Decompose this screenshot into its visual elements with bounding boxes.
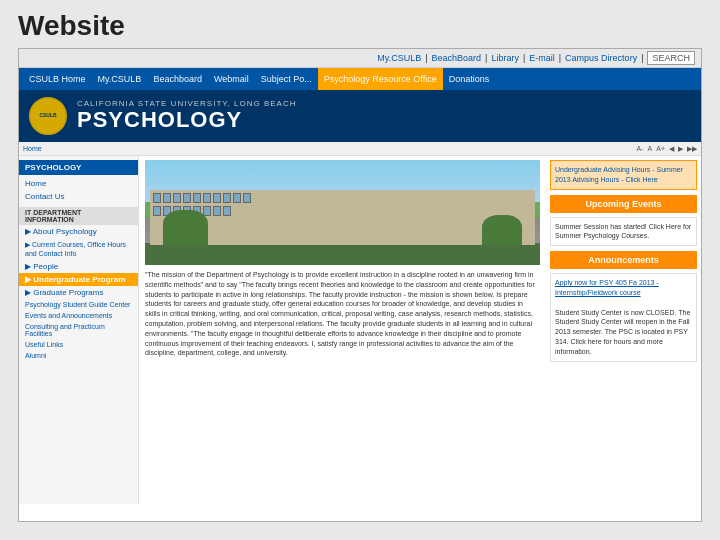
slide-title: Website	[18, 10, 125, 42]
nav-item-webmail[interactable]: Webmail	[208, 68, 255, 90]
left-sidebar: PSYCHOLOGY Home Contact Us IT DEPARTMENT…	[19, 156, 139, 504]
nav-item-beachboard[interactable]: Beachboard	[147, 68, 208, 90]
sidebar-link-student-guide[interactable]: Psychology Student Guide Center	[19, 299, 138, 310]
mini-toolbar: Home A- A A+ ◀ ▶ ▶▶	[19, 142, 701, 156]
search-button[interactable]: SEARCH	[647, 51, 695, 65]
sidebar-link-grad[interactable]: ▶ Graduate Programs	[19, 286, 138, 299]
sidebar-top-label: PSYCHOLOGY	[19, 160, 138, 175]
sidebar-link-undergrad[interactable]: ▶ Undergraduate Program	[19, 273, 138, 286]
advising-text[interactable]: Undergraduate Advising Hours - Summer 20…	[555, 166, 683, 183]
upcoming-events-text: Summer Session has started! Click Here f…	[555, 223, 691, 240]
right-sidebar: Undergraduate Advising Hours - Summer 20…	[546, 156, 701, 504]
sidebar-link-events[interactable]: Events and Announcements	[19, 310, 138, 321]
upcoming-events-content: Summer Session has started! Click Here f…	[555, 222, 692, 242]
sidebar-link-consulting[interactable]: Consulting and Practicum Facilities	[19, 321, 138, 339]
home-breadcrumb[interactable]: Home	[23, 145, 42, 152]
slide-wrapper: Website My.CSULB | BeachBoard | Library …	[0, 0, 720, 540]
announcements-content: Apply now for PSY 405 Fa 2013 - Internsh…	[555, 278, 692, 356]
sidebar-link-links[interactable]: Useful Links	[19, 339, 138, 350]
sidebar-dept-info-label: IT DEPARTMENT INFORMATION	[19, 207, 138, 225]
topbar-link-library[interactable]: Library	[491, 53, 519, 63]
advising-box: Undergraduate Advising Hours - Summer 20…	[550, 160, 697, 190]
nav-item-home[interactable]: CSULB Home	[23, 68, 92, 90]
ann1-link[interactable]: Apply now for PSY 405 Fa 2013 - Internsh…	[555, 279, 659, 296]
center-content: "The mission of the Department of Psycho…	[139, 156, 546, 504]
building-photo	[145, 160, 540, 265]
sidebar-link-courses[interactable]: ▶ Current Courses, Office Hours and Cont…	[19, 238, 138, 260]
nav-next[interactable]: ▶	[678, 145, 683, 153]
announcements-box: Apply now for PSY 405 Fa 2013 - Internsh…	[550, 273, 697, 361]
sidebar-link-home[interactable]: Home	[19, 177, 138, 190]
top-bar-links: My.CSULB | BeachBoard | Library | E-mail…	[377, 53, 643, 63]
nav-item-mycsulb[interactable]: My.CSULB	[92, 68, 148, 90]
header-text: CALIFORNIA STATE UNIVERSITY, LONG BEACH …	[77, 99, 296, 132]
ann2-text: Student Study Center is now CLOSED. The …	[555, 309, 690, 355]
nav-item-subject[interactable]: Subject Po...	[255, 68, 318, 90]
browser-frame: My.CSULB | BeachBoard | Library | E-mail…	[18, 48, 702, 522]
announcements-banner: Announcements	[550, 251, 697, 269]
font-increase[interactable]: A+	[656, 145, 665, 152]
topbar-link-email[interactable]: E-mail	[529, 53, 555, 63]
nav-last[interactable]: ▶▶	[687, 145, 697, 153]
font-normal[interactable]: A	[648, 145, 653, 152]
upcoming-events-box: Summer Session has started! Click Here f…	[550, 217, 697, 247]
header-banner: CSULB CALIFORNIA STATE UNIVERSITY, LONG …	[19, 90, 701, 142]
nav-bar: CSULB Home My.CSULB Beachboard Webmail S…	[19, 68, 701, 90]
sidebar-link-about[interactable]: ▶ About Psychology	[19, 225, 138, 238]
top-bar: My.CSULB | BeachBoard | Library | E-mail…	[19, 49, 701, 68]
sidebar-link-contact[interactable]: Contact Us	[19, 190, 138, 203]
font-decrease[interactable]: A-	[637, 145, 644, 152]
csulb-seal: CSULB	[29, 97, 67, 135]
nav-item-psych[interactable]: Psychology Resource Office	[318, 68, 443, 90]
department-name: PSYCHOLOGY	[77, 108, 296, 132]
sidebar-link-people[interactable]: ▶ People	[19, 260, 138, 273]
nav-item-donations[interactable]: Donations	[443, 68, 496, 90]
topbar-link-campus[interactable]: Campus Directory	[565, 53, 637, 63]
main-content: PSYCHOLOGY Home Contact Us IT DEPARTMENT…	[19, 156, 701, 504]
sidebar-link-alumni[interactable]: Alumni	[19, 350, 138, 361]
mission-text: "The mission of the Department of Psycho…	[145, 270, 540, 400]
nav-prev[interactable]: ◀	[669, 145, 674, 153]
topbar-link-mycsulb[interactable]: My.CSULB	[377, 53, 421, 63]
topbar-link-beachboard[interactable]: BeachBoard	[432, 53, 482, 63]
upcoming-events-banner: Upcoming Events	[550, 195, 697, 213]
